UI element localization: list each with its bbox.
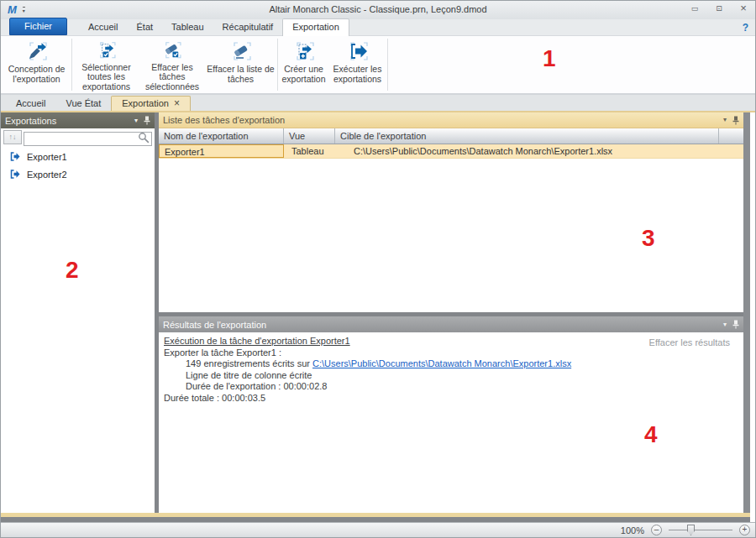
zoom-controls: 100% – + <box>621 525 750 535</box>
ribbon-tab-exportation[interactable]: Exportation <box>282 18 349 36</box>
column-header-name[interactable]: Nom de l'exportation <box>159 128 284 144</box>
clear-selected-tasks-icon <box>160 40 185 60</box>
minimize-icon[interactable]: ▭ <box>688 3 701 14</box>
zoom-out-button[interactable]: – <box>651 525 662 535</box>
clear-task-list-button[interactable]: Effacer la liste de tâches <box>205 38 276 91</box>
list-item-exporter1[interactable]: Exporter1 <box>1 148 155 165</box>
content-right-border <box>743 112 750 517</box>
run-exports-icon <box>345 40 370 62</box>
tab-close-icon[interactable]: × <box>174 99 180 107</box>
column-header-view[interactable]: Vue <box>284 128 335 144</box>
annotation-2: 2 <box>66 257 79 284</box>
ribbon-tab-etat[interactable]: État <box>127 19 162 35</box>
create-export-button[interactable]: Créer une exportation <box>279 38 328 91</box>
clear-task-list-icon <box>228 40 254 62</box>
pin-icon[interactable] <box>144 116 150 125</box>
title-bar: M ▾ Altair Monarch Classic - Classique.p… <box>1 1 755 19</box>
zoom-slider[interactable] <box>669 525 732 535</box>
results-panel-header: Résultats de l'exportation ▾ <box>159 316 743 332</box>
tasks-table-header: Nom de l'exportation Vue Cible de l'expo… <box>159 128 743 144</box>
search-input[interactable] <box>24 132 152 146</box>
pin-icon[interactable] <box>732 116 739 125</box>
exports-panel-header: Exportations ▾ <box>1 112 155 128</box>
export-design-button[interactable]: Conception de l'exportation <box>3 38 71 91</box>
task-view-cell: Tableau <box>284 144 335 158</box>
ribbon: Conception de l'exportation Sélectionner… <box>1 36 755 95</box>
status-bar: 100% – + <box>1 522 755 538</box>
doc-tab-label: Exportation <box>122 98 169 108</box>
annotation-1: 1 <box>543 45 556 72</box>
select-all-exports-button[interactable]: Sélectionner toutes les exportations <box>73 38 139 91</box>
ribbon-tab-recapitulatif[interactable]: Récapitulatif <box>213 19 283 35</box>
results-panel-title: Résultats de l'exportation <box>163 320 266 330</box>
restore-icon[interactable]: ⊡ <box>712 3 726 14</box>
task-name-cell: Exporter1 <box>159 144 284 158</box>
ribbon-button-label: Exécuter les exportations <box>328 65 386 84</box>
select-all-exports-icon <box>94 40 119 60</box>
task-row[interactable]: Exporter1 Tableau C:\Users\Public\Docume… <box>159 144 743 159</box>
list-item-label: Exporter2 <box>27 170 67 180</box>
help-button[interactable]: ? <box>743 22 748 34</box>
zoom-in-button[interactable]: + <box>739 525 750 535</box>
result-line-export-duration: Durée de l'exportation : 00:00:02.8 <box>164 381 743 393</box>
ribbon-button-label: Sélectionner toutes les exportations <box>73 63 139 92</box>
design-export-icon <box>24 40 50 62</box>
result-line-total-duration: Durée totale : 00:00:03.5 <box>164 393 743 405</box>
ribbon-group-separator <box>387 39 388 91</box>
ribbon-tab-bar: Fichier Accueil État Tableau Récapitulat… <box>1 19 755 36</box>
ribbon-button-label: Effacer la liste de tâches <box>205 65 276 84</box>
slider-thumb[interactable] <box>687 525 695 535</box>
ribbon-group-separator <box>71 39 72 91</box>
ribbon-tab-accueil[interactable]: Accueil <box>79 19 127 35</box>
result-line-task: Exporter la tâche Exporter1 : <box>164 347 743 359</box>
create-export-icon <box>291 40 317 62</box>
export-results-panel: Résultats de l'exportation ▾ Exécution d… <box>159 316 743 513</box>
slider-track <box>669 530 732 530</box>
list-item-exporter2[interactable]: Exporter2 <box>1 165 155 183</box>
search-icon[interactable] <box>138 132 150 144</box>
clear-results-button[interactable]: Effacer les résultats <box>649 337 730 349</box>
annotation-4: 4 <box>644 421 658 448</box>
export-tasks-panel: Liste des tâches d'exportation ▾ Nom de … <box>159 112 743 312</box>
panel-menu-caret-icon[interactable]: ▾ <box>134 118 138 124</box>
ribbon-button-label: Conception de l'exportation <box>3 65 71 84</box>
document-tab-bar: Accueil Vue État Exportation × <box>1 95 755 111</box>
records-text: 149 enregistrements écrits sur <box>186 358 312 368</box>
export-icon <box>9 151 20 162</box>
tasks-panel-header: Liste des tâches d'exportation ▾ <box>159 112 743 128</box>
pin-icon[interactable] <box>732 320 739 329</box>
results-log: Exécution de la tâche d'exportation Expo… <box>159 332 743 404</box>
panel-menu-caret-icon[interactable]: ▾ <box>723 321 727 328</box>
app-window: M ▾ Altair Monarch Classic - Classique.p… <box>0 0 756 538</box>
explorer-search-row: ↑↓ <box>1 128 155 145</box>
close-icon[interactable]: × <box>737 3 750 14</box>
result-line-records: 149 enregistrements écrits sur C:\Users\… <box>164 358 743 370</box>
clear-selected-tasks-button[interactable]: Effacer les tâches sélectionnées <box>139 38 205 91</box>
sort-order-button[interactable]: ↑↓ <box>3 130 22 144</box>
ribbon-button-label: Créer une exportation <box>279 65 328 84</box>
export-icon <box>9 169 20 180</box>
exported-file-link[interactable]: C:\Users\Public\Documents\Datawatch Mona… <box>312 358 571 368</box>
run-exports-button[interactable]: Exécuter les exportations <box>328 38 386 91</box>
exports-explorer-panel: Exportations ▾ ↑↓ <box>1 112 155 513</box>
list-item-label: Exporter1 <box>27 152 67 162</box>
sort-icon: ↑↓ <box>9 133 17 141</box>
annotation-3: 3 <box>642 225 655 252</box>
doc-tab-accueil[interactable]: Accueil <box>6 97 55 111</box>
ribbon-group-separator <box>277 39 278 91</box>
zoom-level-label: 100% <box>621 525 644 535</box>
ribbon-tab-fichier[interactable]: Fichier <box>9 18 67 35</box>
doc-tab-exportation[interactable]: Exportation × <box>111 96 191 111</box>
ribbon-button-label: Effacer les tâches sélectionnées <box>139 63 205 92</box>
result-line-header-row: Ligne de titre de colonne écrite <box>164 370 743 382</box>
window-title: Altair Monarch Classic - Classique.prn, … <box>1 4 755 14</box>
column-header-target[interactable]: Cible de l'exportation <box>335 128 719 144</box>
tasks-panel-title: Liste des tâches d'exportation <box>163 115 285 125</box>
doc-tab-vue-etat[interactable]: Vue État <box>55 97 111 111</box>
task-target-cell: C:\Users\Public\Documents\Datawatch Mona… <box>335 144 743 158</box>
exports-panel-title: Exportations <box>5 116 56 126</box>
ribbon-tab-tableau[interactable]: Tableau <box>162 19 213 35</box>
exports-list: Exporter1 Exporter2 <box>1 145 155 183</box>
column-header-filler <box>719 128 743 144</box>
panel-menu-caret-icon[interactable]: ▾ <box>723 117 727 123</box>
